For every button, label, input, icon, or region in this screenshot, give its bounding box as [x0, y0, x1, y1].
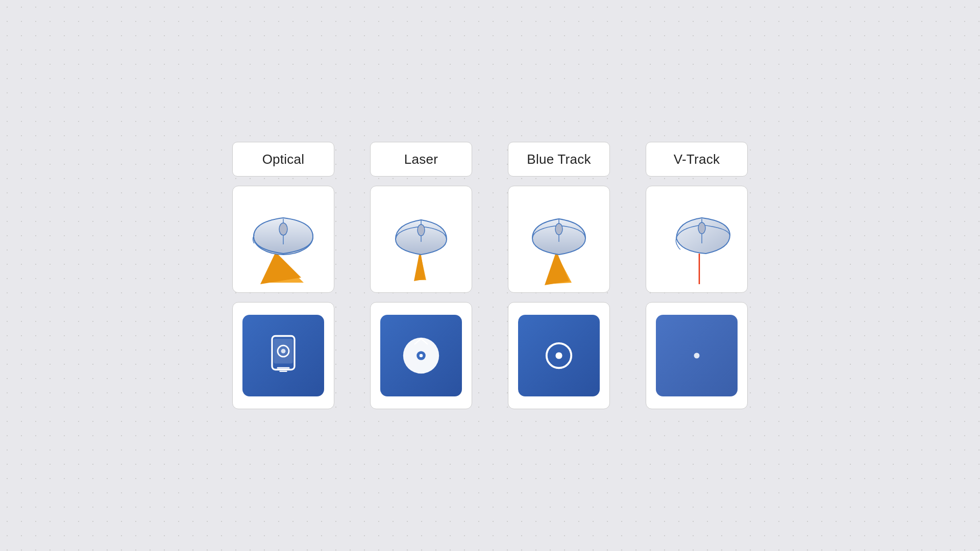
label-laser: Laser [370, 142, 472, 177]
svg-point-8 [418, 224, 425, 236]
svg-point-26 [555, 352, 562, 359]
icon-card-laser [370, 302, 472, 409]
icon-card-bluetrack [508, 302, 610, 409]
mouse-image-optical [232, 186, 334, 293]
vtrack-sensor-svg [669, 328, 725, 384]
main-grid: Optical Laser Blue Track V-Track [202, 111, 778, 440]
svg-point-15 [698, 222, 705, 234]
mouse-image-laser [370, 186, 472, 293]
sensor-icon-vtrack [656, 315, 738, 396]
laser-sensor-svg [393, 328, 449, 384]
label-bluetrack: Blue Track [508, 142, 610, 177]
svg-point-27 [694, 353, 700, 359]
mouse-wrap-laser [375, 193, 467, 285]
mouse-image-vtrack [646, 186, 748, 293]
svg-point-19 [281, 349, 286, 354]
svg-point-12 [555, 223, 562, 235]
label-vtrack: V-Track [646, 142, 748, 177]
mouse-svg-laser [375, 193, 467, 285]
bluetrack-sensor-svg [531, 328, 587, 384]
sensor-icon-optical [242, 315, 324, 396]
svg-marker-10 [545, 251, 569, 285]
icon-card-vtrack [646, 302, 748, 409]
mouse-wrap-optical [237, 193, 329, 285]
mouse-svg-bluetrack [513, 193, 605, 285]
mouse-image-bluetrack [508, 186, 610, 293]
mouse-svg-vtrack [651, 193, 743, 285]
sensor-icon-bluetrack [518, 315, 600, 396]
svg-point-4 [279, 223, 287, 235]
optical-sensor-svg [255, 328, 311, 384]
sensor-icon-laser [380, 315, 462, 396]
mouse-svg-optical [237, 193, 329, 285]
icon-card-optical [232, 302, 334, 409]
label-optical: Optical [232, 142, 334, 177]
mouse-wrap-vtrack [651, 193, 743, 285]
svg-point-24 [420, 354, 423, 358]
mouse-wrap-bluetrack [513, 193, 605, 285]
